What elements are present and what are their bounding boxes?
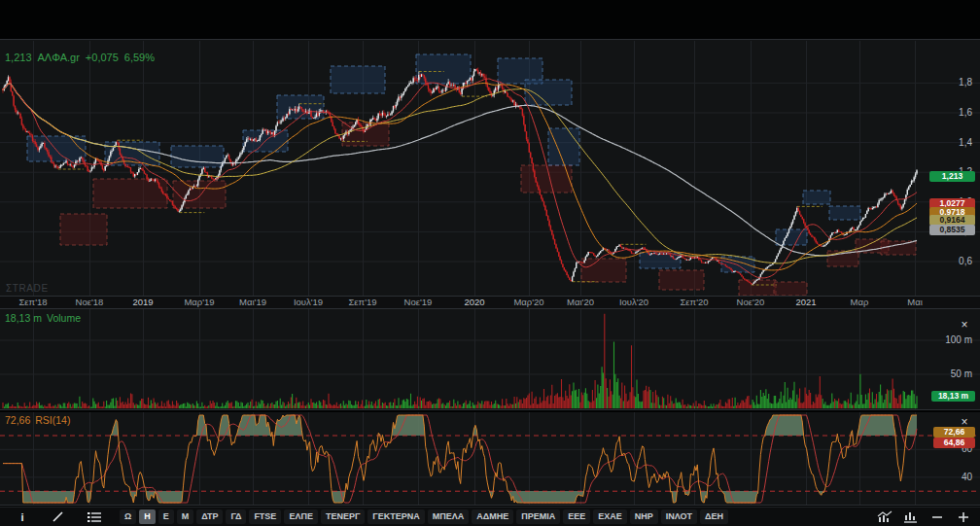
svg-text:i: i xyxy=(20,511,23,523)
volume-axis-label: 50 m xyxy=(951,368,972,379)
toolbar-symbol-ΙΝΛΟΤ[interactable]: ΙΝΛΟΤ xyxy=(661,509,697,524)
toolbar-symbol-Μ[interactable]: Μ xyxy=(177,509,194,524)
symbol-button-strip: ΩΗΕΜΔΤΡΓΔFTSEΕΛΠΕΤΕΝΕΡΓΓΕΚΤΕΡΝΑΜΠΕΛΑΑΔΜΗ… xyxy=(120,509,728,524)
levels-list-icon[interactable] xyxy=(78,509,111,525)
toolbar-symbol-ΓΔ[interactable]: ΓΔ xyxy=(226,509,246,524)
histogram-icon[interactable] xyxy=(902,509,920,525)
price-axis-label: 1,6 xyxy=(959,107,972,118)
ma-value-tag-3: 0,8535 xyxy=(929,225,975,235)
price-axis-label: 1,8 xyxy=(959,77,972,88)
zoom-in-icon[interactable] xyxy=(955,509,972,525)
toolbar-symbol-ΤΕΝΕΡΓ[interactable]: ΤΕΝΕΡΓ xyxy=(321,509,365,524)
toolbar-symbol-FTSE[interactable]: FTSE xyxy=(249,509,281,524)
volume-axis-label: 100 m xyxy=(945,334,972,345)
date-axis-label: Σεπ'20 xyxy=(680,297,708,307)
chart-indicator-icon[interactable] xyxy=(876,509,893,525)
draw-pencil-icon[interactable] xyxy=(42,509,75,525)
rsi-value-tag-0: 72,66 xyxy=(933,427,975,438)
toolbar-symbol-ΝΗΡ[interactable]: ΝΗΡ xyxy=(630,509,658,524)
price-axis-label: 0,6 xyxy=(959,256,972,266)
date-axis-label: Μαρ'20 xyxy=(513,297,543,307)
date-axis-label: Μαι'20 xyxy=(567,297,594,307)
info-icon[interactable]: i xyxy=(6,509,39,525)
toolbar-right-controls xyxy=(876,509,974,525)
rsi-value-tag-1: 64,86 xyxy=(933,438,975,448)
close-icon-volume-pane[interactable]: × xyxy=(958,319,971,333)
toolbar-symbol-ΕΧΑΕ[interactable]: ΕΧΑΕ xyxy=(593,509,627,524)
date-axis-label: Σεπ'19 xyxy=(348,297,376,307)
last-price-tag: 1,213 xyxy=(929,171,975,182)
date-axis-label: Μαι xyxy=(907,297,923,307)
date-axis-label: Ιουλ'19 xyxy=(294,297,323,307)
toolbar-symbol-ΔΤΡ[interactable]: ΔΤΡ xyxy=(196,509,223,524)
toolbar-symbol-Ε[interactable]: Ε xyxy=(158,509,174,524)
bottom-toolbar: i ΩΗΕΜΔΤΡΓΔFTSEΕΛΠΕΤΕΝΕΡΓΓΕΚΤΕΡΝΑΜΠΕΛΑΑΔ… xyxy=(0,507,980,526)
date-axis-label: Μαρ xyxy=(851,297,869,307)
toolbar-symbol-Η[interactable]: Η xyxy=(139,509,156,524)
date-axis-label: 2019 xyxy=(132,297,153,307)
toolbar-symbol-Ω[interactable]: Ω xyxy=(120,509,136,524)
toolbar-symbol-ΓΕΚΤΕΡΝΑ[interactable]: ΓΕΚΤΕΡΝΑ xyxy=(368,509,424,524)
date-axis-label: 2020 xyxy=(464,297,484,307)
rsi-axis-label: 40 xyxy=(962,472,973,482)
toolbar-symbol-ΕΕΕ[interactable]: ΕΕΕ xyxy=(563,509,590,524)
date-axis-label: Νοε'20 xyxy=(737,297,765,307)
date-axis-label: Σεπ'18 xyxy=(18,297,47,307)
toolbar-symbol-ΕΛΠΕ[interactable]: ΕΛΠΕ xyxy=(284,509,318,524)
toolbar-symbol-ΠΡΕΜΙΑ[interactable]: ΠΡΕΜΙΑ xyxy=(516,509,560,524)
toolbar-symbol-ΜΠΕΛΑ[interactable]: ΜΠΕΛΑ xyxy=(428,509,470,524)
date-axis-label: Ιουλ'20 xyxy=(619,297,648,307)
date-axis-label: Μαρ'19 xyxy=(184,297,214,307)
date-axis-label: Μαι'19 xyxy=(239,297,266,307)
price-axis-label: 1,4 xyxy=(959,137,972,148)
toolbar-symbol-ΑΔΜΗΕ[interactable]: ΑΔΜΗΕ xyxy=(472,509,513,524)
trading-app-window: Σεπ'18Νοε'182019Μαρ'19Μαι'19Ιουλ'19Σεπ'1… xyxy=(0,0,980,526)
volume-value-tag: 18,13 m xyxy=(931,391,975,402)
chart-canvas[interactable]: Σεπ'18Νοε'182019Μαρ'19Μαι'19Ιουλ'19Σεπ'1… xyxy=(0,0,980,508)
date-axis-label: Νοε'19 xyxy=(404,297,433,307)
date-axis-label: Νοε'18 xyxy=(76,297,104,307)
date-axis-label: 2021 xyxy=(795,297,816,307)
zoom-out-icon[interactable] xyxy=(928,509,946,525)
toolbar-symbol-ΔΕΗ[interactable]: ΔΕΗ xyxy=(700,509,728,524)
